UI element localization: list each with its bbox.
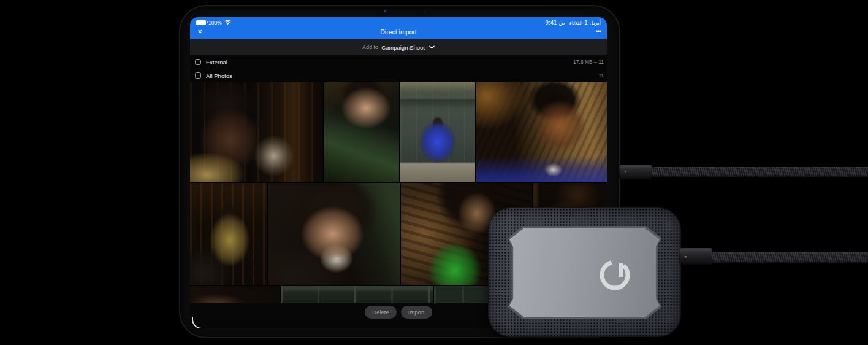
photo-thumbnail[interactable] (268, 183, 400, 285)
usb-connector-ipad: ϟ (619, 165, 652, 179)
cable-from-drive (711, 252, 868, 263)
drive-plate-bevel (508, 226, 661, 319)
source-row-external[interactable]: External 17.6 MB – 11 (190, 55, 607, 69)
import-button[interactable]: Import (401, 306, 432, 319)
g-drive-logo-icon (596, 257, 633, 293)
page-title: Direct import (190, 28, 607, 36)
chevron-down-icon (429, 45, 435, 49)
front-camera (384, 10, 387, 13)
source-label: External (206, 59, 227, 66)
external-ssd-drive (489, 208, 680, 336)
delete-button[interactable]: Delete (365, 306, 396, 319)
checkbox-external[interactable] (195, 59, 201, 65)
add-to-value: Campaign Shoot (381, 44, 425, 51)
photo-thumbnail[interactable] (281, 286, 433, 303)
photo-thumbnail[interactable] (190, 82, 323, 182)
status-datetime: 9:41 ص الثلاثاء 1 أبريل (545, 18, 601, 26)
usb-connector-drive: ϟ (679, 248, 712, 265)
status-month: أبريل (590, 20, 601, 26)
source-meta: 17.6 MB – 11 (573, 59, 604, 65)
checkbox-all-photos[interactable] (195, 72, 201, 79)
thunderbolt-icon: ϟ (684, 254, 687, 259)
battery-icon (196, 20, 206, 25)
battery-percent: 100% (208, 20, 222, 26)
photo-thumbnail[interactable] (190, 286, 280, 303)
source-meta: 11 (598, 72, 604, 79)
app-title-bar: ✕ Direct import ••• (190, 26, 607, 39)
drive-metal-plate (509, 228, 660, 317)
source-label: All Photos (206, 72, 232, 79)
status-day: 1 (584, 20, 587, 26)
thunderbolt-icon: ϟ (624, 169, 626, 174)
status-meridiem: ص (559, 20, 565, 26)
wifi-icon (224, 20, 231, 25)
cable-to-ipad (651, 167, 868, 177)
more-options-icon[interactable]: ••• (596, 27, 601, 36)
status-left-cluster: 100% (196, 18, 231, 26)
ambient-sensor (424, 11, 426, 13)
photo-thumbnail[interactable] (400, 82, 475, 182)
add-to-label: Add to (362, 44, 378, 50)
photo-thumbnail[interactable] (190, 183, 267, 285)
scene: 100% 9:41 ص الثلاثاء 1 أبريل (0, 0, 868, 345)
add-to-dropdown[interactable]: Add to Campaign Shoot (190, 39, 607, 55)
status-weekday: الثلاثاء (569, 20, 583, 26)
source-row-all-photos[interactable]: All Photos 11 (190, 69, 607, 82)
app-header: 100% 9:41 ص الثلاثاء 1 أبريل (190, 17, 607, 39)
photo-thumbnail[interactable] (476, 82, 607, 182)
status-time: 9:41 (545, 20, 557, 26)
photo-thumbnail[interactable] (324, 82, 399, 182)
status-bar: 100% 9:41 ص الثلاثاء 1 أبريل (190, 18, 607, 26)
